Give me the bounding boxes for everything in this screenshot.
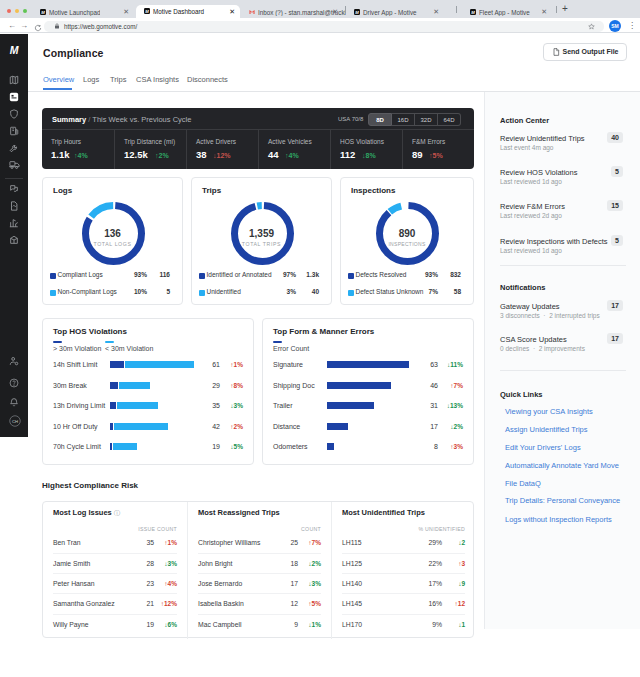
svg-text:M: M <box>145 9 149 14</box>
svg-text:M: M <box>41 9 45 14</box>
svg-text:M: M <box>471 9 475 14</box>
svg-text:CH: CH <box>12 419 18 424</box>
svg-text:M: M <box>355 9 359 14</box>
